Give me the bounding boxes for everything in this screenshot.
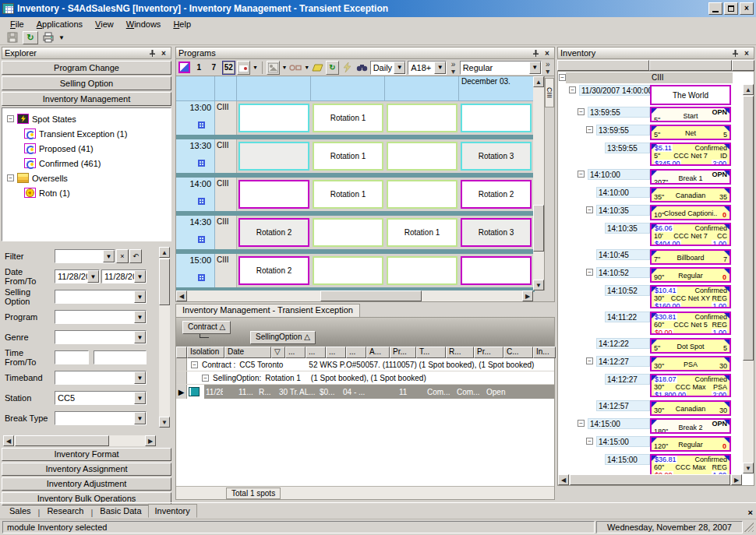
dropdown-arrow-icon[interactable]: ▼ <box>134 270 146 283</box>
inventory-item-spot[interactable]: 14:11:22$30.81Confirmed60"CCC Net 5REG$0… <box>558 311 733 337</box>
close-panel-icon[interactable]: × <box>742 48 751 58</box>
inventory-item-avail[interactable]: 14:12:225"Dot Spot5 <box>558 337 733 355</box>
scroll-left-icon[interactable]: ◀ <box>176 290 187 301</box>
dropdown-arrow-icon[interactable]: ▼ <box>134 392 146 404</box>
lightning-icon[interactable] <box>341 61 354 75</box>
calendar-icon[interactable] <box>237 61 250 75</box>
close-panel-icon[interactable]: × <box>159 48 168 58</box>
rotation-cell[interactable] <box>313 218 383 247</box>
scroll-right-icon[interactable]: ▶ <box>731 474 742 485</box>
column-header-In[interactable]: In... <box>533 347 556 358</box>
print-icon[interactable] <box>41 31 56 44</box>
rotation-cell[interactable] <box>313 256 383 285</box>
grid-expand-icon[interactable] <box>198 198 205 205</box>
channel-side-tab[interactable]: CIII <box>545 78 554 107</box>
menu-item-windows[interactable]: Windows <box>121 19 167 30</box>
module-tab-sales[interactable]: Sales <box>3 505 37 517</box>
collapse-icon[interactable]: − <box>559 74 566 81</box>
pin-icon[interactable] <box>730 48 740 58</box>
tree-item[interactable]: Confirmed (461) <box>4 156 169 171</box>
scroll-up-icon[interactable]: ▲ <box>533 76 544 87</box>
inventory-item-program[interactable]: −11/30/2007 14:00:00The World <box>558 84 733 106</box>
collapse-icon[interactable]: − <box>586 269 593 276</box>
dropdown-arrow-icon[interactable]: ▼ <box>394 62 405 74</box>
dropdown-arrow-icon[interactable]: ▼ <box>529 62 541 74</box>
tree-item[interactable]: Transient Exception (1) <box>4 126 169 141</box>
inventory-item-avail[interactable]: −13:59:555"Net5 <box>558 124 733 142</box>
column-header-sort[interactable]: ▽ <box>271 347 285 358</box>
palette-icon[interactable] <box>178 61 191 75</box>
rotation-cell[interactable]: Rotation 3 <box>461 142 532 171</box>
nav-button-selling-option[interactable]: Selling Option <box>2 76 171 90</box>
avail-card[interactable]: 90"Regular0 <box>650 267 731 283</box>
column-header-A[interactable]: A... <box>366 347 390 358</box>
sellingoption-group-row[interactable]: − SellingOption: Rotation 1 (1 Spot book… <box>176 371 554 385</box>
rotation-cell[interactable] <box>238 104 309 132</box>
collapse-icon[interactable]: − <box>202 375 209 382</box>
scroll-thumb[interactable] <box>743 96 754 361</box>
grid-time-cell[interactable]: 15:00 <box>176 254 215 287</box>
rotation-cell[interactable]: Rotation 2 <box>238 218 309 247</box>
inventory-hscrollbar[interactable]: ◀ ▶ <box>558 474 742 485</box>
spot-data-row[interactable]: ▶ 11/28/200711...R...30 Tr...AL...$0...0… <box>176 385 554 399</box>
inventory-item-break[interactable]: −13:59:55OPN5"Start <box>558 106 733 124</box>
inventory-item-spot[interactable]: 13:59:55$5.11Confirmed5"CCC Net 7ID$245.… <box>558 142 733 168</box>
dropdown-arrow-icon[interactable]: ▼ <box>134 290 146 303</box>
toolbar-overflow-chevron-icon[interactable]: »▾ <box>448 61 457 75</box>
pin-icon[interactable] <box>531 48 540 58</box>
program-card[interactable]: The World <box>650 85 731 105</box>
pin-icon[interactable] <box>147 48 157 58</box>
column-header-Date[interactable]: Date <box>224 347 271 358</box>
rotation-cell[interactable] <box>238 180 309 209</box>
rotation-cell[interactable]: Rotation 1 <box>313 142 383 171</box>
inventory-item-avail[interactable]: −14:10:3510"Closed Captioni..0 <box>558 204 733 222</box>
refresh-icon[interactable]: ↻ <box>326 61 339 75</box>
view-52-week-button[interactable]: 52 <box>222 61 235 75</box>
inventory-vscrollbar[interactable]: ▲ ▼ <box>743 84 754 473</box>
scroll-thumb[interactable] <box>15 435 109 446</box>
column-header-sort[interactable]: ... <box>306 347 326 358</box>
minimize-button[interactable] <box>708 2 722 15</box>
rotation-cell[interactable] <box>461 256 532 285</box>
contract-group-row[interactable]: − Contract : CC5 Toronto 52 WKS P.O#5005… <box>176 358 554 371</box>
rotation-cell[interactable]: Rotation 1 <box>313 104 383 132</box>
avail-card[interactable]: 5"Net5 <box>650 125 731 140</box>
toolbar-overflow-arrow-icon[interactable]: ▼ <box>58 34 65 41</box>
rotation-cell[interactable] <box>238 142 309 171</box>
clear-filter-icon[interactable]: × <box>116 249 129 263</box>
column-header-C[interactable]: C... <box>503 347 533 358</box>
scroll-left-icon[interactable]: ◀ <box>3 435 14 446</box>
tree-item[interactable]: −Oversells <box>4 171 169 185</box>
avail-card[interactable]: 5"Dot Spot5 <box>650 338 731 354</box>
date-from-to-input[interactable]: 11/28/2007▼ <box>55 269 100 283</box>
rotation-cell[interactable]: Rotation 1 <box>313 180 383 209</box>
column-header-Pr[interactable]: Pr... <box>390 347 416 358</box>
timeband-input[interactable]: ▼ <box>55 371 147 385</box>
card-column-header[interactable] <box>649 60 732 71</box>
inventory-item-avail[interactable]: −14:12:2730"PSA30 <box>558 355 733 373</box>
spot-card[interactable]: $10.41Confirmed30"CCC Net XYREG$160.001.… <box>650 285 731 308</box>
rotation-cell[interactable] <box>387 256 457 285</box>
dropdown-arrow-icon[interactable]: ▼ <box>87 270 99 283</box>
close-panel-icon[interactable]: × <box>542 48 552 58</box>
spot-card[interactable]: $6.06Confirmed10'CCC Net 7CC$404.001.00 <box>650 223 731 246</box>
nav-button-inventory-management[interactable]: Inventory Management <box>2 92 171 106</box>
grid-time-cell[interactable]: 14:30 <box>176 216 215 249</box>
selling-option-input[interactable]: ▼ <box>55 290 147 304</box>
spot-card[interactable]: $30.81Confirmed60"CCC Net 5REG$0.001.00 <box>650 311 731 335</box>
dropdown-arrow-icon[interactable]: ▼ <box>134 371 146 384</box>
resize-grip[interactable] <box>744 523 754 532</box>
menu-item-file[interactable]: File <box>5 19 30 30</box>
column-header-T[interactable]: T... <box>416 347 446 358</box>
grid-expand-icon[interactable] <box>198 236 205 243</box>
scroll-right-icon[interactable]: ▶ <box>522 290 533 301</box>
reset-filter-icon[interactable]: ↶ <box>129 249 142 263</box>
collapse-icon[interactable]: − <box>578 420 585 427</box>
close-button[interactable]: × <box>740 2 754 15</box>
tree-item[interactable]: Proposed (41) <box>4 141 169 156</box>
restore-button[interactable] <box>724 2 738 15</box>
scroll-left-icon[interactable]: ◀ <box>558 474 569 485</box>
rotation-cell[interactable] <box>387 104 457 132</box>
bottom-button-inventory-adjustment[interactable]: Inventory Adjustment <box>2 477 171 491</box>
spot-card[interactable]: $5.11Confirmed5"CCC Net 7ID$245.002:00 <box>650 143 731 166</box>
